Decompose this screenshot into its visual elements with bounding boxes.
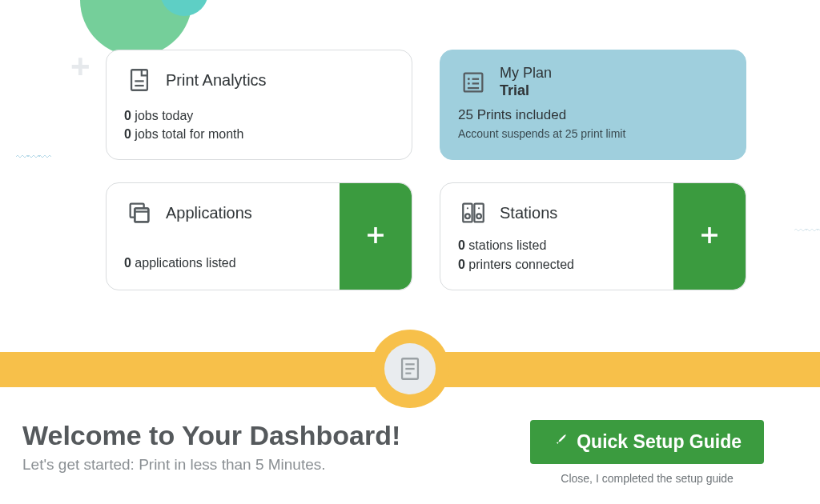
card-title: Print Analytics [166,71,267,90]
printers-count: 0 [458,258,465,271]
welcome-title: Welcome to Your Dashboard! [22,420,400,451]
svg-point-17 [465,214,470,219]
jobs-month-label: jobs total for month [131,127,244,141]
svg-point-20 [478,208,480,210]
setup-area: Quick Setup Guide Close, I completed the… [530,420,764,485]
svg-point-19 [467,208,468,210]
applications-label: applications listed [131,256,236,270]
document-icon [124,65,155,95]
svg-rect-0 [131,70,147,90]
card-title: Applications [166,204,252,222]
add-station-button[interactable] [673,183,746,289]
svg-point-6 [468,82,470,85]
card-body: 0 applications listed [124,254,324,272]
jobs-today-label: jobs today [131,109,193,122]
quick-setup-guide-button[interactable]: Quick Setup Guide [530,420,764,464]
bg-zigzag: 〰〰〰 [794,224,820,238]
add-application-button[interactable] [340,183,412,289]
bg-zigzag: 〰〰〰 [16,150,50,165]
bg-plus-decor: + [70,50,90,83]
plan-included: 25 Prints included [458,106,728,126]
svg-point-4 [468,78,470,80]
applications-count: 0 [124,256,131,270]
windows-icon [124,198,155,228]
list-icon [458,67,488,98]
svg-rect-10 [135,209,148,222]
card-title: Stations [500,204,557,222]
stations-count: 0 [458,238,465,252]
divider-badge [371,330,449,408]
plus-icon [696,222,723,251]
welcome-subtitle: Let's get started: Print in less than 5 … [22,456,400,474]
stations-label: stations listed [465,238,546,252]
welcome-section: Welcome to Your Dashboard! Let's get sta… [22,420,400,474]
card-body: 0 stations listed 0 printers connected [458,236,657,273]
card-applications[interactable]: Applications 0 applications listed [106,182,412,290]
jobs-month-count: 0 [124,127,131,141]
card-print-analytics[interactable]: Print Analytics 0 jobs today 0 jobs tota… [106,50,412,160]
rocket-icon [553,431,569,453]
setup-button-label: Quick Setup Guide [577,431,742,453]
svg-point-18 [476,214,481,219]
card-stations[interactable]: Stations 0 stations listed 0 printers co… [440,182,746,290]
card-my-plan[interactable]: My Plan Trial 25 Prints included Account… [440,50,746,160]
document-icon [384,343,436,394]
jobs-today-count: 0 [124,109,131,122]
plan-name: Trial [500,82,552,100]
close-setup-link[interactable]: Close, I completed the setup guide [561,472,734,485]
plan-note: Account suspends at 25 print limit [458,127,728,140]
dashboard-cards: Print Analytics 0 jobs today 0 jobs tota… [106,50,746,290]
card-body: 0 jobs today 0 jobs total for month [124,106,394,143]
printers-label: printers connected [465,258,574,271]
plus-icon [362,222,389,251]
stations-icon [458,198,488,228]
plan-heading: My Plan [500,65,552,82]
